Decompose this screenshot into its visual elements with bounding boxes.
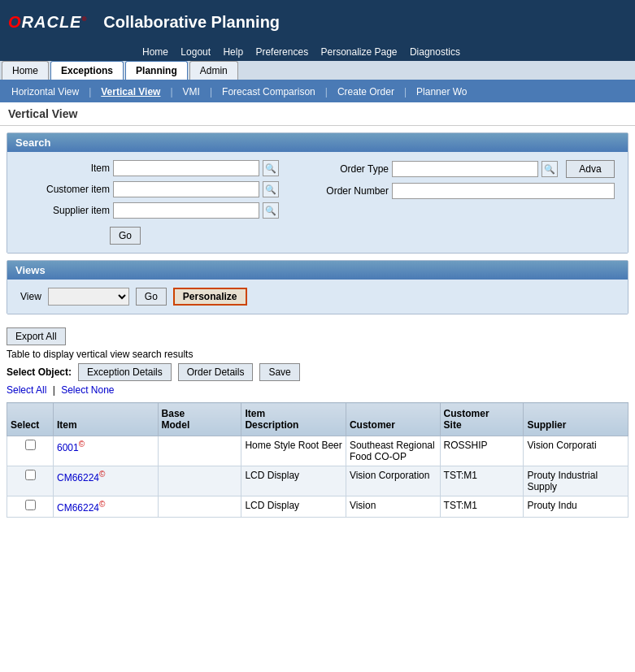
advanced-button[interactable]: Adva <box>566 160 615 178</box>
tab-bar: Home Exceptions Planning Admin <box>0 61 635 81</box>
tab-admin[interactable]: Admin <box>189 61 238 80</box>
item-link-2[interactable]: CM66224 <box>57 472 99 483</box>
row-base-model-cell <box>158 496 241 518</box>
customer-item-label: Customer item <box>20 184 110 195</box>
select-all-link[interactable]: Select All <box>7 384 46 396</box>
nav-preferences[interactable]: Preferences <box>255 46 308 58</box>
nav-logout[interactable]: Logout <box>180 46 211 58</box>
personalize-button[interactable]: Personalize <box>173 288 247 306</box>
item-link-3[interactable]: CM66224 <box>57 502 99 514</box>
search-section: Search Item 🔍 Customer item 🔍 Supplier i… <box>7 132 628 254</box>
col-header-select: Select <box>7 403 54 436</box>
item-search-icon-btn[interactable]: 🔍 <box>263 160 279 176</box>
tab-exceptions[interactable]: Exceptions <box>50 61 124 80</box>
row-item-desc-cell: LCD Display <box>241 496 346 518</box>
row-item-cell: CM66224© <box>54 496 159 518</box>
search-body: Item 🔍 Customer item 🔍 Supplier item 🔍 G… <box>7 152 628 253</box>
row-item-cell: CM66224© <box>54 466 159 496</box>
item-label: Item <box>20 163 110 174</box>
order-type-label: Order Type <box>299 163 389 175</box>
nav-personalize-page[interactable]: Personalize Page <box>320 46 397 58</box>
results-table: Select Item BaseModel ItemDescription Cu… <box>7 402 628 518</box>
item-icon-3: © <box>99 500 105 509</box>
search-go-button[interactable]: Go <box>110 227 141 245</box>
item-icon-1: © <box>79 440 85 449</box>
order-number-label: Order Number <box>299 185 389 197</box>
page-title: Vertical View <box>8 107 627 120</box>
nav-forecast-comparison[interactable]: Forecast Comparison <box>214 83 324 101</box>
view-select[interactable] <box>48 288 129 306</box>
row-item-desc-cell: LCD Display <box>241 466 346 496</box>
select-object-label: Select Object: <box>7 366 72 378</box>
app-header: ORACLE® Collaborative Planning <box>0 0 635 45</box>
row-item-desc-cell: Home Style Root Beer <box>241 436 346 466</box>
secondary-nav: Horizontal View | Vertical View | VMI | … <box>0 81 635 102</box>
order-details-button[interactable]: Order Details <box>178 363 254 381</box>
supplier-item-input[interactable] <box>113 202 259 219</box>
search-section-header: Search <box>7 133 628 152</box>
results-area: Export All Table to display vertical vie… <box>0 321 635 524</box>
row-supplier-cell: Prouty Indu <box>524 496 628 518</box>
row-supplier-cell: Vision Corporati <box>524 436 628 466</box>
order-number-input[interactable] <box>392 183 615 199</box>
order-type-search-icon-btn[interactable]: 🔍 <box>541 161 558 177</box>
nav-planner-wo[interactable]: Planner Wo <box>408 83 475 101</box>
views-section: Views View Go Personalize <box>7 260 628 314</box>
page-title-bar: Vertical View <box>0 102 635 126</box>
nav-vmi[interactable]: VMI <box>175 83 208 101</box>
nav-horizontal-view[interactable]: Horizontal View <box>3 83 87 101</box>
table-description: Table to display vertical view search re… <box>7 349 628 360</box>
nav-help[interactable]: Help <box>223 46 243 58</box>
row-customer-site-cell: TST:M1 <box>440 496 524 518</box>
row-customer-cell: Vision Corporation <box>346 466 440 496</box>
nav-diagnostics[interactable]: Diagnostics <box>410 46 460 58</box>
app-title: Collaborative Planning <box>103 13 280 32</box>
select-none-link[interactable]: Select None <box>61 384 114 396</box>
views-row: View Go Personalize <box>20 288 615 306</box>
order-type-input[interactable] <box>392 161 538 177</box>
tab-home[interactable]: Home <box>2 61 49 80</box>
col-header-supplier: Supplier <box>524 403 628 436</box>
nav-vertical-view[interactable]: Vertical View <box>93 83 168 101</box>
table-row: CM66224© LCD Display Vision Corporation … <box>7 466 628 496</box>
views-section-header: Views <box>7 261 628 280</box>
tab-planning[interactable]: Planning <box>125 61 188 80</box>
row-select-cell[interactable] <box>7 436 54 466</box>
customer-item-input[interactable] <box>113 181 259 197</box>
row-checkbox-1[interactable] <box>25 440 36 450</box>
row-checkbox-3[interactable] <box>25 500 36 510</box>
select-links: Select All | Select None <box>7 384 628 396</box>
row-supplier-cell: Prouty Industrial Supply <box>524 466 628 496</box>
supplier-item-search-icon-btn[interactable]: 🔍 <box>263 202 279 219</box>
supplier-item-label: Supplier item <box>20 205 110 216</box>
table-row: CM66224© LCD Display Vision TST:M1 Prout… <box>7 496 628 518</box>
select-object-row: Select Object: Exception Details Order D… <box>7 363 628 381</box>
customer-item-search-icon-btn[interactable]: 🔍 <box>263 181 279 197</box>
item-link-1[interactable]: 6001 <box>57 442 79 453</box>
row-item-cell: 6001© <box>54 436 159 466</box>
row-select-cell[interactable] <box>7 496 54 518</box>
oracle-logo: ORACLE® <box>8 13 87 32</box>
row-base-model-cell <box>158 436 241 466</box>
item-input[interactable] <box>113 160 259 176</box>
col-header-base-model: BaseModel <box>158 403 241 436</box>
view-label: View <box>20 291 41 302</box>
row-customer-site-cell: TST:M1 <box>440 466 524 496</box>
export-all-button[interactable]: Export All <box>7 327 66 345</box>
nav-create-order[interactable]: Create Order <box>329 83 402 101</box>
col-header-item-desc: ItemDescription <box>241 403 346 436</box>
row-select-cell[interactable] <box>7 466 54 496</box>
views-body: View Go Personalize <box>7 280 628 314</box>
table-row: 6001© Home Style Root Beer Southeast Reg… <box>7 436 628 466</box>
item-icon-2: © <box>99 470 105 479</box>
view-go-button[interactable]: Go <box>136 288 167 306</box>
col-header-item: Item <box>54 403 159 436</box>
row-customer-cell: Southeast Regional Food CO-OP <box>346 436 440 466</box>
row-checkbox-2[interactable] <box>25 470 36 480</box>
nav-home[interactable]: Home <box>142 46 168 58</box>
exception-details-button[interactable]: Exception Details <box>78 363 172 381</box>
row-customer-cell: Vision <box>346 496 440 518</box>
save-button[interactable]: Save <box>259 363 299 381</box>
col-header-customer: Customer <box>346 403 440 436</box>
row-customer-site-cell: ROSSHIP <box>440 436 524 466</box>
